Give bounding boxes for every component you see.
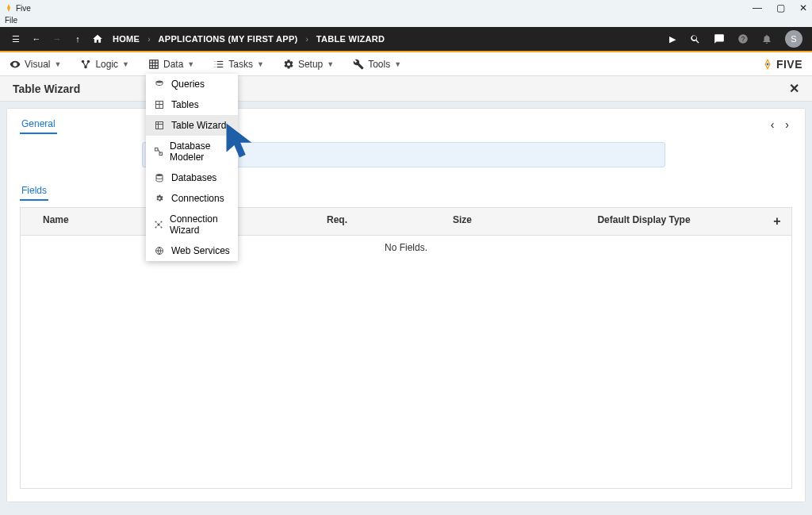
back-icon[interactable]: ← (30, 34, 43, 44)
page-header: Table Wizard ✕ (0, 76, 812, 102)
menu-databases-label: Databases (171, 172, 216, 183)
window-minimize-button[interactable]: — (753, 2, 762, 13)
svg-rect-5 (150, 60, 159, 68)
svg-point-27 (156, 174, 163, 176)
data-dropdown: Queries Tables Table Wizard Database Mod… (146, 74, 238, 261)
menu-tables-label: Tables (171, 99, 199, 110)
menu-connection-wizard-label: Connection Wizard (170, 213, 230, 236)
nav-data-label: Data (163, 59, 183, 70)
databases-icon (154, 172, 165, 183)
menu-connection-wizard[interactable]: Connection Wizard (146, 209, 238, 240)
close-icon[interactable]: ✕ (789, 81, 799, 96)
app-logo-icon (5, 4, 13, 12)
menu-database-modeler-label: Database Modeler (170, 140, 230, 163)
main-nav: ☰ ← → ↑ HOME › APPLICATIONS (MY FIRST AP… (0, 27, 812, 51)
connections-icon (154, 193, 165, 204)
forward-icon: → (51, 34, 63, 44)
menu-web-services[interactable]: Web Services (146, 240, 238, 261)
column-size: Size (400, 208, 525, 235)
tab-fields[interactable]: Fields (20, 182, 48, 201)
menu-connections-label: Connections (171, 193, 224, 204)
svg-rect-24 (155, 148, 159, 152)
search-icon[interactable] (690, 33, 703, 44)
table-wizard-icon (154, 120, 165, 131)
column-req: Req. (274, 208, 400, 235)
cursor-pointer-icon (222, 119, 266, 163)
window-close-button[interactable]: ✕ (799, 2, 807, 13)
nav-logic[interactable]: Logic▼ (80, 59, 129, 70)
svg-point-31 (155, 227, 157, 229)
nav-tasks[interactable]: Tasks▼ (213, 59, 264, 70)
menu-tables[interactable]: Tables (146, 94, 238, 115)
menu-connections[interactable]: Connections (146, 188, 238, 209)
os-title-bar: Five — ▢ ✕ (0, 0, 812, 16)
menu-table-wizard-label: Table Wizard (171, 120, 226, 131)
menu-queries-label: Queries (171, 79, 205, 90)
avatar[interactable]: S (785, 30, 802, 48)
breadcrumb-table-wizard[interactable]: TABLE WIZARD (316, 34, 385, 44)
tab-general[interactable]: General (20, 115, 57, 134)
fields-table-header: Name Req. Size Default Display Type + (20, 207, 792, 235)
help-icon[interactable]: ? (737, 33, 750, 44)
bell-icon[interactable] (761, 33, 774, 44)
window-maximize-button[interactable]: ▢ (776, 2, 785, 13)
connection-wizard-icon (154, 219, 163, 230)
play-icon[interactable]: ▶ (666, 34, 679, 44)
svg-rect-21 (156, 122, 163, 129)
web-services-icon (154, 245, 165, 256)
nav-data[interactable]: Data▼ (148, 59, 194, 70)
nav-tools-label: Tools (368, 59, 390, 70)
five-logo-icon (762, 59, 773, 70)
menu-icon[interactable]: ☰ (10, 34, 22, 44)
home-icon[interactable] (92, 33, 105, 44)
page-title: Table Wizard (13, 83, 80, 95)
menu-queries[interactable]: Queries (146, 74, 238, 94)
chevron-right-icon: › (147, 35, 150, 44)
up-icon[interactable]: ↑ (71, 34, 84, 44)
column-type: Default Display Type (525, 208, 763, 235)
file-menu[interactable]: File (0, 16, 812, 27)
brand-label: FIVE (776, 58, 802, 71)
svg-text:?: ? (741, 36, 745, 43)
nav-visual-label: Visual (25, 59, 50, 70)
chat-icon[interactable] (714, 33, 726, 44)
prev-record-icon[interactable]: ‹ (768, 117, 778, 133)
next-record-icon[interactable]: › (782, 117, 792, 133)
fields-table-body: No Fields. (20, 235, 792, 489)
database-modeler-icon (154, 146, 163, 157)
menu-databases[interactable]: Databases (146, 167, 238, 188)
tables-icon (154, 99, 165, 110)
svg-point-17 (156, 81, 163, 83)
svg-point-29 (155, 221, 157, 223)
nav-logic-label: Logic (95, 59, 118, 70)
add-field-button[interactable]: + (763, 208, 791, 235)
nav-setup[interactable]: Setup▼ (283, 59, 334, 70)
svg-point-16 (766, 63, 768, 65)
empty-message: No Fields. (385, 242, 427, 253)
chevron-right-icon: › (306, 35, 308, 44)
queries-icon (154, 79, 165, 90)
secondary-nav: Visual▼ Logic▼ Data▼ Tasks▼ Setup▼ Tools… (0, 52, 812, 76)
breadcrumb-home[interactable]: HOME (113, 34, 140, 44)
svg-point-30 (161, 221, 163, 223)
app-title: Five (16, 4, 31, 13)
nav-visual[interactable]: Visual▼ (10, 59, 61, 70)
nav-tools[interactable]: Tools▼ (353, 59, 401, 70)
svg-point-32 (161, 227, 163, 229)
brand-logo: FIVE (762, 58, 802, 71)
nav-setup-label: Setup (298, 59, 323, 70)
nav-tasks-label: Tasks (228, 59, 253, 70)
editor-panel: General ‹ › Fields Name Req. Size Defaul… (6, 108, 806, 502)
breadcrumb-applications[interactable]: APPLICATIONS (MY FIRST APP) (159, 34, 298, 44)
menu-web-services-label: Web Services (171, 245, 230, 256)
